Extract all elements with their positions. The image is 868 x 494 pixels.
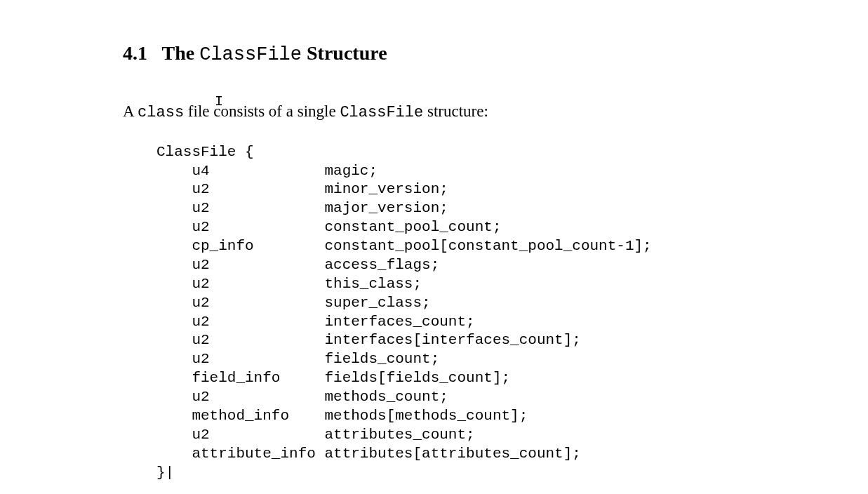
intro-t2: file consists of a single (184, 102, 340, 120)
intro-m2: ClassFile (340, 104, 423, 121)
section-number: 4.1 (123, 42, 147, 64)
intro-t1: A (123, 102, 138, 120)
heading-text-after: Structure (302, 42, 387, 64)
section-heading: 4.1 The ClassFile Structure (123, 42, 868, 65)
intro-m1: class (138, 104, 184, 121)
code-block: ClassFile { u4 magic; u2 minor_version; … (156, 143, 868, 483)
heading-text-before: The (162, 42, 200, 64)
heading-mono: ClassFile (199, 44, 302, 65)
text-cursor: I (215, 93, 223, 109)
intro-paragraph: A class file consists of a single ClassF… (123, 100, 868, 124)
intro-t3: structure: (423, 102, 488, 120)
